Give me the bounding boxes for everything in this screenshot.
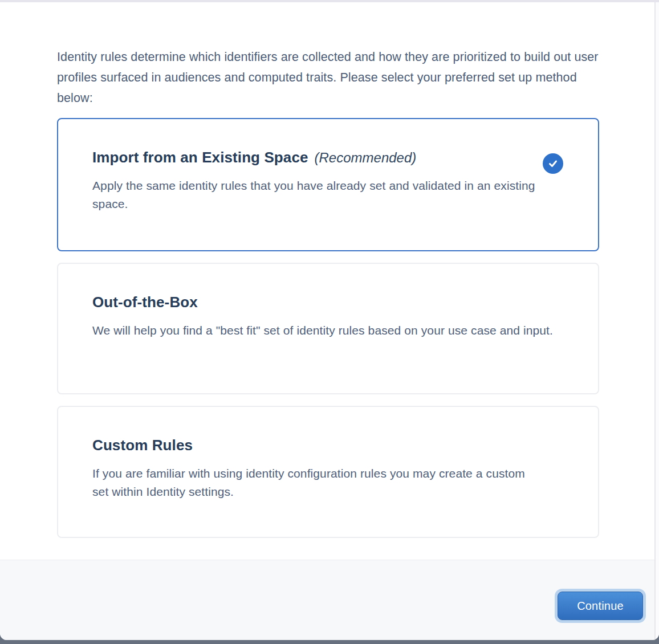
card-title: Out-of-the-Box [92, 294, 198, 311]
modal-footer: Continue [0, 560, 659, 640]
option-card-out-of-the-box[interactable]: Out-of-the-Box We will help you find a "… [57, 263, 599, 394]
identity-setup-modal: Identity rules determine which identifie… [0, 2, 659, 640]
continue-button[interactable]: Continue [558, 592, 643, 620]
card-title: Custom Rules [92, 437, 193, 454]
card-title: Import from an Existing Space [92, 149, 308, 166]
top-strip [0, 0, 659, 2]
card-description: Apply the same identity rules that you h… [92, 177, 537, 213]
setup-intro-text: Identity rules determine which identifie… [57, 47, 599, 108]
option-card-import-existing-space[interactable]: Import from an Existing Space (Recommend… [57, 118, 599, 251]
card-description: If you are familiar with using identity … [92, 464, 537, 501]
scrollbar-gutter[interactable] [654, 2, 659, 640]
recommended-badge: (Recommended) [315, 150, 417, 166]
option-card-custom-rules[interactable]: Custom Rules If you are familiar with us… [57, 406, 599, 538]
check-icon [543, 153, 563, 174]
card-description: We will help you find a "best fit" set o… [92, 321, 564, 340]
